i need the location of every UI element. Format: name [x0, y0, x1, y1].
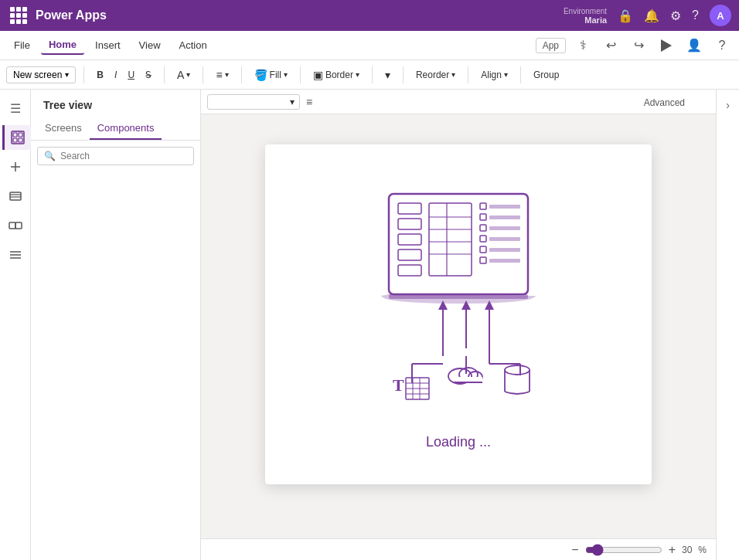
menu-insert[interactable]: Insert — [87, 36, 128, 54]
underline-button[interactable]: U — [123, 67, 139, 83]
svg-rect-15 — [389, 194, 528, 294]
tree-search: 🔍 — [31, 141, 200, 171]
search-icon: 🔍 — [44, 151, 56, 161]
tab-components[interactable]: Components — [90, 117, 162, 140]
menu-view[interactable]: View — [131, 36, 169, 54]
svg-rect-1 — [13, 133, 17, 137]
sidebar-menu-icon[interactable]: ☰ — [3, 96, 28, 120]
align-btn-chevron: ▾ — [504, 70, 508, 79]
svg-rect-35 — [489, 237, 520, 241]
sidebar-variables-icon[interactable] — [3, 243, 28, 267]
zoom-minus-button[interactable]: − — [571, 543, 578, 557]
zoom-percent: % — [698, 545, 707, 555]
strikethrough-label: S̶ — [145, 70, 152, 80]
avatar[interactable]: A — [710, 5, 731, 26]
fill-button[interactable]: 🪣 Fill ▾ — [250, 66, 292, 83]
more-options-button[interactable]: ▾ — [380, 66, 395, 83]
share-icon[interactable]: 👤 — [683, 35, 705, 56]
play-button[interactable] — [656, 35, 677, 56]
health-icon[interactable]: ⚕ — [572, 35, 594, 56]
svg-rect-19 — [398, 234, 421, 245]
reorder-chevron: ▾ — [451, 70, 455, 79]
lock-icon[interactable]: 🔒 — [618, 8, 633, 23]
settings-icon[interactable]: ⚙ — [670, 8, 681, 23]
env-label: Environment — [564, 7, 607, 15]
menu-home[interactable]: Home — [41, 36, 84, 55]
strikethrough-button[interactable]: S̶ — [141, 67, 156, 83]
menu-right: App ⚕ ↩ ↪ 👤 ? — [536, 35, 733, 56]
top-bar-right: Environment Maria 🔒 🔔 ⚙ ? A — [564, 5, 731, 26]
tree-tabs: Screens Components — [31, 117, 200, 141]
sidebar-database-icon[interactable] — [3, 184, 28, 209]
main-area: ☰ — [0, 90, 739, 560]
help-icon[interactable]: ? — [692, 8, 699, 22]
align-chevron: ▾ — [225, 70, 229, 79]
svg-rect-34 — [480, 236, 486, 242]
sidebar-components-icon[interactable] — [3, 213, 28, 238]
fill-chevron: ▾ — [284, 70, 288, 79]
loading-card: T — [265, 144, 652, 484]
svg-rect-7 — [10, 192, 21, 200]
tab-screens[interactable]: Screens — [37, 117, 90, 140]
svg-rect-18 — [398, 219, 421, 229]
font-color-button[interactable]: A ▾ — [172, 66, 195, 83]
right-panel-collapse-button[interactable]: › — [719, 96, 737, 114]
bell-icon[interactable]: 🔔 — [644, 8, 659, 23]
border-label: Border — [325, 70, 353, 80]
bold-label: B — [97, 70, 104, 80]
more-options-chevron: ▾ — [385, 69, 390, 81]
svg-point-64 — [505, 365, 530, 375]
top-bar: Power Apps Environment Maria 🔒 🔔 ⚙ ? A — [0, 0, 739, 31]
zoom-plus-button[interactable]: + — [669, 543, 676, 557]
align-button[interactable]: Align ▾ — [476, 67, 513, 83]
svg-rect-39 — [489, 259, 520, 263]
svg-rect-16 — [389, 294, 528, 299]
svg-rect-2 — [19, 133, 22, 137]
toolbar-sep-9 — [520, 66, 521, 83]
text-align-button[interactable]: ≡ ▾ — [211, 66, 233, 83]
svg-rect-4 — [19, 138, 22, 142]
border-button[interactable]: ▣ Border ▾ — [308, 66, 364, 83]
svg-rect-10 — [9, 222, 15, 229]
reorder-button[interactable]: Reorder ▾ — [411, 67, 460, 83]
new-screen-button[interactable]: New screen ▾ — [6, 66, 76, 83]
redo-icon[interactable]: ↪ — [628, 35, 649, 56]
left-sidebar: ☰ — [0, 90, 31, 560]
group-label: Group — [533, 70, 559, 80]
tree-panel: Tree view Screens Components 🔍 — [31, 90, 201, 560]
menu-bar: File Home Insert View Action App ⚕ ↩ ↪ 👤… — [0, 31, 739, 60]
border-chevron: ▾ — [356, 70, 359, 79]
toolbar-sep-6 — [372, 66, 373, 83]
waffle-icon[interactable] — [8, 5, 29, 26]
tree-title: Tree view — [43, 99, 92, 111]
canvas-area: ▾ ≡ Advanced — [201, 90, 716, 560]
italic-button[interactable]: I — [110, 67, 121, 83]
toolbar-sep-4 — [241, 66, 242, 83]
svg-rect-32 — [480, 225, 486, 231]
svg-rect-21 — [398, 265, 421, 276]
svg-rect-29 — [489, 205, 520, 209]
svg-rect-30 — [480, 214, 486, 220]
menu-help-icon[interactable]: ? — [711, 35, 733, 56]
svg-rect-28 — [480, 203, 486, 209]
svg-rect-17 — [398, 203, 421, 214]
zoom-slider[interactable] — [585, 544, 662, 556]
search-box: 🔍 — [37, 147, 194, 165]
undo-icon[interactable]: ↩ — [600, 35, 622, 56]
search-input[interactable] — [60, 151, 187, 161]
group-button[interactable]: Group — [529, 67, 564, 83]
bottom-bar: − + 30 % — [201, 538, 716, 560]
toolbar-sep-2 — [164, 66, 165, 83]
fill-label: Fill — [270, 70, 281, 80]
menu-file[interactable]: File — [6, 36, 38, 54]
sidebar-layers-icon[interactable] — [2, 125, 31, 150]
toolbar-sep-5 — [300, 66, 301, 83]
bold-button[interactable]: B — [92, 67, 108, 83]
canvas-inner: ▾ ≡ Advanced — [201, 90, 716, 560]
new-screen-label: New screen — [13, 70, 62, 80]
menu-action[interactable]: Action — [172, 36, 215, 54]
svg-rect-33 — [489, 226, 520, 230]
loading-illustration: T — [342, 178, 574, 428]
sidebar-add-icon[interactable] — [3, 154, 28, 179]
align-icon: ≡ — [216, 69, 222, 81]
